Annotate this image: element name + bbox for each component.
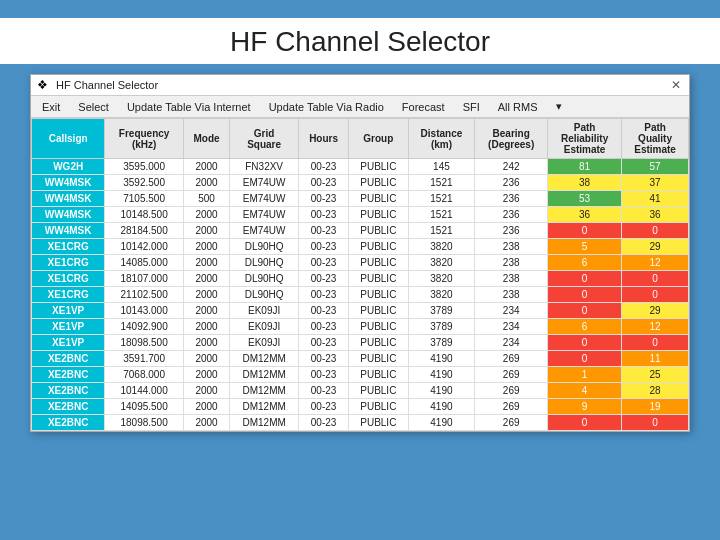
menu-sfi[interactable]: SFI	[460, 100, 483, 114]
table-cell: 18098.500	[105, 415, 184, 431]
menu-select[interactable]: Select	[75, 100, 112, 114]
table-cell: DL90HQ	[230, 271, 299, 287]
table-cell: 269	[475, 367, 548, 383]
table-cell: 2000	[183, 207, 229, 223]
table-row[interactable]: WW4MSK10148.5002000EM74UW00-23PUBLIC1521…	[32, 207, 689, 223]
table-cell: 236	[475, 191, 548, 207]
table-row[interactable]: XE1VP10143.0002000EK09JI00-23PUBLIC37892…	[32, 303, 689, 319]
table-cell: 1	[548, 367, 622, 383]
table-row[interactable]: XE1CRG18107.0002000DL90HQ00-23PUBLIC3820…	[32, 271, 689, 287]
table-cell: DL90HQ	[230, 239, 299, 255]
table-cell: 2000	[183, 383, 229, 399]
col-header-mode: Mode	[183, 119, 229, 159]
table-cell: 1521	[408, 191, 475, 207]
table-cell: 0	[548, 351, 622, 367]
table-cell: 00-23	[299, 175, 349, 191]
table-row[interactable]: XE2BNC3591.7002000DM12MM00-23PUBLIC41902…	[32, 351, 689, 367]
table-cell: 0	[622, 271, 689, 287]
table-cell: 11	[622, 351, 689, 367]
table-row[interactable]: XE2BNC18098.5002000DM12MM00-23PUBLIC4190…	[32, 415, 689, 431]
table-cell: 0	[548, 271, 622, 287]
table-cell: PUBLIC	[349, 271, 408, 287]
table-cell: 14095.500	[105, 399, 184, 415]
table-cell: 3592.500	[105, 175, 184, 191]
menu-forecast[interactable]: Forecast	[399, 100, 448, 114]
menu-all-rms[interactable]: All RMS	[495, 100, 541, 114]
table-cell: 500	[183, 191, 229, 207]
table-cell: 145	[408, 159, 475, 175]
table-cell: XE1VP	[32, 319, 105, 335]
table-row[interactable]: XE2BNC7068.0002000DM12MM00-23PUBLIC41902…	[32, 367, 689, 383]
table-cell: 12	[622, 319, 689, 335]
table-cell: PUBLIC	[349, 239, 408, 255]
table-cell: 269	[475, 399, 548, 415]
table-cell: 0	[622, 415, 689, 431]
table-cell: 9	[548, 399, 622, 415]
table-cell: 269	[475, 351, 548, 367]
table-cell: 00-23	[299, 415, 349, 431]
table-cell: XE2BNC	[32, 415, 105, 431]
table-row[interactable]: XE1VP14092.9002000EK09JI00-23PUBLIC37892…	[32, 319, 689, 335]
table-cell: WW4MSK	[32, 191, 105, 207]
col-header-frequency: Frequency(kHz)	[105, 119, 184, 159]
table-cell: 36	[548, 207, 622, 223]
table-cell: 5	[548, 239, 622, 255]
table-cell: 1521	[408, 207, 475, 223]
table-cell: 2000	[183, 287, 229, 303]
table-cell: 0	[548, 287, 622, 303]
table-cell: XE2BNC	[32, 367, 105, 383]
table-cell: PUBLIC	[349, 191, 408, 207]
table-cell: 00-23	[299, 255, 349, 271]
table-cell: 2000	[183, 159, 229, 175]
table-cell: 2000	[183, 271, 229, 287]
close-button[interactable]: ✕	[669, 78, 683, 92]
table-row[interactable]: WW4MSK7105.500500EM74UW00-23PUBLIC152123…	[32, 191, 689, 207]
table-cell: PUBLIC	[349, 319, 408, 335]
col-header-group: Group	[349, 119, 408, 159]
table-cell: PUBLIC	[349, 367, 408, 383]
table-cell: 0	[548, 335, 622, 351]
table-cell: 0	[622, 335, 689, 351]
table-row[interactable]: XE1CRG10142.0002000DL90HQ00-23PUBLIC3820…	[32, 239, 689, 255]
table-row[interactable]: XE1CRG14085.0002000DL90HQ00-23PUBLIC3820…	[32, 255, 689, 271]
table-cell: 3820	[408, 271, 475, 287]
table-cell: EM74UW	[230, 207, 299, 223]
table-cell: 4	[548, 383, 622, 399]
menu-dropdown[interactable]: ▾	[553, 99, 565, 114]
table-cell: 2000	[183, 175, 229, 191]
table-cell: XE2BNC	[32, 351, 105, 367]
table-cell: 3820	[408, 287, 475, 303]
table-cell: EM74UW	[230, 223, 299, 239]
table-cell: XE2BNC	[32, 399, 105, 415]
table-row[interactable]: XE2BNC14095.5002000DM12MM00-23PUBLIC4190…	[32, 399, 689, 415]
table-row[interactable]: XE1CRG21102.5002000DL90HQ00-23PUBLIC3820…	[32, 287, 689, 303]
menu-update-internet[interactable]: Update Table Via Internet	[124, 100, 254, 114]
table-cell: 00-23	[299, 335, 349, 351]
table-row[interactable]: XE2BNC10144.0002000DM12MM00-23PUBLIC4190…	[32, 383, 689, 399]
menu-update-radio[interactable]: Update Table Via Radio	[266, 100, 387, 114]
table-cell: 21102.500	[105, 287, 184, 303]
table-cell: 2000	[183, 367, 229, 383]
table-row[interactable]: WG2H3595.0002000FN32XV00-23PUBLIC1452428…	[32, 159, 689, 175]
table-cell: 234	[475, 335, 548, 351]
table-cell: 0	[622, 287, 689, 303]
table-cell: 3591.700	[105, 351, 184, 367]
table-cell: EK09JI	[230, 319, 299, 335]
table-row[interactable]: WW4MSK3592.5002000EM74UW00-23PUBLIC15212…	[32, 175, 689, 191]
table-cell: XE1CRG	[32, 239, 105, 255]
table-cell: XE1VP	[32, 303, 105, 319]
table-row[interactable]: XE1VP18098.5002000EK09JI00-23PUBLIC37892…	[32, 335, 689, 351]
table-cell: 236	[475, 223, 548, 239]
table-cell: 10143.000	[105, 303, 184, 319]
table-cell: 25	[622, 367, 689, 383]
table-cell: XE2BNC	[32, 383, 105, 399]
table-cell: PUBLIC	[349, 351, 408, 367]
table-row[interactable]: WW4MSK28184.5002000EM74UW00-23PUBLIC1521…	[32, 223, 689, 239]
col-header-distance: Distance(km)	[408, 119, 475, 159]
menu-exit[interactable]: Exit	[39, 100, 63, 114]
table-cell: 00-23	[299, 207, 349, 223]
table-cell: 3595.000	[105, 159, 184, 175]
table-cell: 28	[622, 383, 689, 399]
table-cell: 2000	[183, 239, 229, 255]
table-cell: EK09JI	[230, 335, 299, 351]
